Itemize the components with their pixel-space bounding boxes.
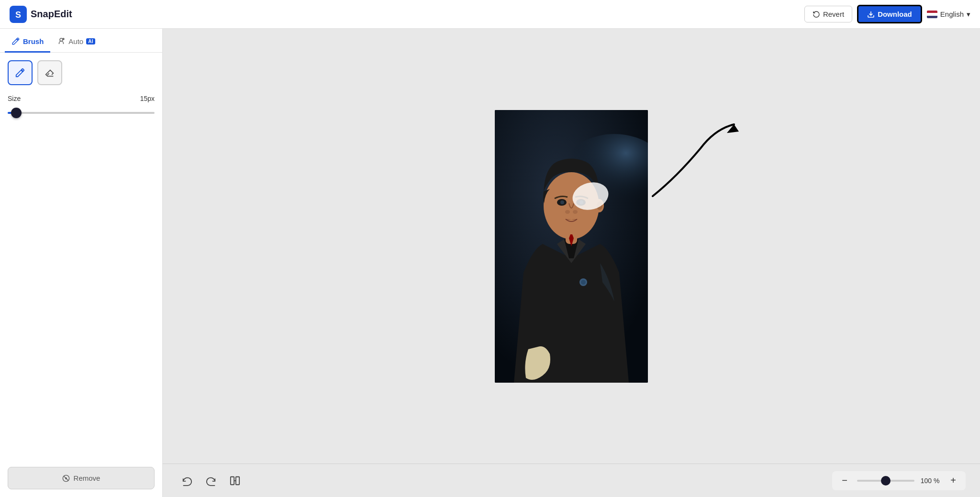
svg-rect-23 <box>236 476 239 485</box>
zoom-controls: − 100 % + <box>832 471 966 490</box>
svg-point-4 <box>63 38 64 40</box>
tab-auto-label: Auto <box>68 37 83 45</box>
sidebar-content: Size 15px <box>0 53 162 467</box>
svg-point-20 <box>581 280 586 285</box>
size-label: Size <box>8 95 21 102</box>
undo-icon <box>182 475 192 486</box>
compare-icon <box>230 475 240 486</box>
eraser-tool-button[interactable] <box>37 60 62 85</box>
canvas-area: − 100 % + <box>163 29 980 497</box>
svg-point-17 <box>573 210 578 214</box>
redo-button[interactable] <box>201 471 221 491</box>
main-image[interactable] <box>495 110 648 383</box>
image-container[interactable] <box>495 110 648 383</box>
brush-size-slider[interactable] <box>8 107 155 119</box>
zoom-in-button[interactable]: + <box>946 473 961 488</box>
slider-thumb[interactable] <box>11 108 22 118</box>
compare-button[interactable] <box>225 471 245 491</box>
person-image-svg <box>495 110 648 383</box>
size-row: Size 15px <box>8 95 155 102</box>
brush-tool-button[interactable] <box>8 60 33 85</box>
revert-icon <box>813 11 820 18</box>
bottom-toolbar: − 100 % + <box>163 464 980 497</box>
tab-brush-label: Brush <box>23 37 44 45</box>
remove-button[interactable]: Remove <box>8 467 155 489</box>
arrow-svg <box>638 120 753 206</box>
header-actions: Revert Download English ▾ <box>804 5 970 23</box>
auto-tab-icon <box>57 37 66 45</box>
tab-auto[interactable]: Auto AI <box>50 29 101 53</box>
app-header: S SnapEdit Revert Download English ▾ <box>0 0 980 29</box>
brush-tab-icon <box>11 37 20 45</box>
canvas-content[interactable] <box>163 29 980 464</box>
slider-track <box>8 112 155 114</box>
zoom-value: 100 % <box>919 477 941 485</box>
svg-point-14 <box>560 200 564 204</box>
tab-brush[interactable]: Brush <box>5 29 50 53</box>
zoom-out-button[interactable]: − <box>837 473 852 488</box>
remove-icon <box>62 475 70 482</box>
sidebar: Brush Auto AI <box>0 29 163 497</box>
ai-badge: AI <box>86 38 95 44</box>
download-icon <box>867 11 875 18</box>
logo-icon: S <box>10 6 27 23</box>
download-button[interactable]: Download <box>857 5 922 23</box>
main-layout: Brush Auto AI <box>0 29 980 497</box>
brush-icon <box>15 67 25 78</box>
sidebar-tab-bar: Brush Auto AI <box>0 29 162 53</box>
tool-buttons <box>8 60 155 85</box>
arrow-annotation <box>638 120 753 206</box>
chevron-down-icon: ▾ <box>967 10 970 19</box>
svg-text:S: S <box>15 10 21 20</box>
svg-point-16 <box>565 210 570 214</box>
undo-button[interactable] <box>177 471 197 491</box>
app-logo: S SnapEdit <box>10 6 72 23</box>
eraser-icon <box>45 67 55 78</box>
size-value: 15px <box>140 95 155 102</box>
app-name: SnapEdit <box>31 9 72 20</box>
revert-button[interactable]: Revert <box>804 6 852 22</box>
redo-icon <box>206 475 216 486</box>
language-button[interactable]: English ▾ <box>927 10 970 19</box>
svg-marker-21 <box>727 124 739 133</box>
zoom-thumb[interactable] <box>881 476 891 486</box>
zoom-slider[interactable] <box>857 475 914 486</box>
svg-rect-22 <box>231 476 234 485</box>
svg-point-3 <box>60 38 63 41</box>
flag-icon <box>927 11 937 18</box>
toolbar-left <box>177 471 245 491</box>
